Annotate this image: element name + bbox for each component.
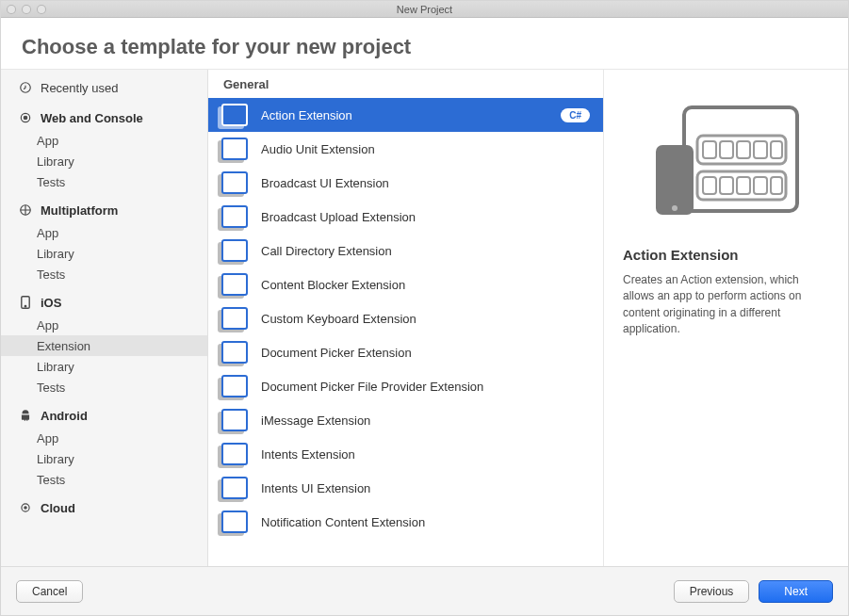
template-label: Audio Unit Extension [261,142,590,156]
sidebar-recently-used-label: Recently used [41,81,118,95]
sidebar-item[interactable]: Library [1,151,207,171]
platform-icon [18,203,32,218]
extension-icon [221,477,248,499]
template-label: Document Picker File Provider Extension [261,380,590,394]
sidebar-group-label: Multiplatform [41,203,118,218]
previous-button[interactable]: Previous [674,580,750,603]
template-row[interactable]: Call Directory Extension [208,234,603,267]
close-window-button[interactable] [7,5,16,14]
minimize-window-button[interactable] [22,5,31,14]
page-title: Choose a template for your new project [1,18,848,69]
sidebar-item[interactable]: Tests [1,264,207,284]
svg-point-2 [24,116,27,120]
template-row[interactable]: Broadcast UI Extension [208,166,603,200]
template-row[interactable]: Intents UI Extension [208,471,603,505]
template-panel: General Action ExtensionC#Audio Unit Ext… [208,70,603,566]
language-badge: C# [561,108,590,122]
sidebar-group-android[interactable]: Android [1,403,207,428]
template-label: Broadcast Upload Extension [261,210,590,224]
zoom-window-button[interactable] [37,5,46,14]
extension-icon [221,443,248,465]
sidebar-recently-used[interactable]: Recently used [1,75,207,100]
detail-name: Action Extension [623,247,829,263]
template-label: Action Extension [261,108,547,122]
svg-rect-20 [771,177,782,194]
window-title: New Project [1,4,848,15]
sidebar-item[interactable]: Library [1,243,207,264]
template-row[interactable]: Broadcast Upload Extension [208,200,603,234]
svg-point-22 [672,205,678,211]
svg-rect-14 [754,141,767,158]
extension-icon [221,171,248,194]
template-row[interactable]: Content Blocker Extension [208,267,603,301]
svg-rect-16 [703,177,716,194]
template-row[interactable]: Document Picker Extension [208,335,603,369]
sidebar[interactable]: Recently used Web and Console App Librar… [1,70,208,566]
android-icon [18,409,32,423]
template-row[interactable]: Document Picker File Provider Extension [208,369,603,403]
phone-icon [18,296,32,310]
sidebar-item[interactable]: Tests [1,171,207,192]
svg-rect-13 [737,141,750,158]
target-icon [18,111,32,125]
detail-panel: Action Extension Creates an Action exten… [603,70,848,566]
template-row[interactable]: Action ExtensionC# [208,98,603,132]
template-list[interactable]: Action ExtensionC#Audio Unit ExtensionBr… [208,98,603,566]
template-row[interactable]: iMessage Extension [208,403,603,437]
content-columns: Recently used Web and Console App Librar… [1,69,848,566]
sidebar-group-multiplatform[interactable]: Multiplatform [1,198,207,222]
svg-rect-21 [656,145,694,215]
sidebar-group-cloud[interactable]: Cloud [1,495,207,520]
template-row[interactable]: Custom Keyboard Extension [208,301,603,335]
template-label: Broadcast UI Extension [261,176,590,190]
sidebar-group-label: Android [41,409,88,423]
svg-point-5 [24,306,25,307]
template-label: Content Blocker Extension [261,278,590,292]
template-label: Intents UI Extension [261,481,590,495]
extension-icon [221,205,248,228]
sidebar-item[interactable]: Tests [1,377,207,397]
sidebar-group-label: Cloud [41,501,75,515]
extension-icon [221,104,248,126]
sidebar-group-web-console[interactable]: Web and Console [1,105,207,130]
template-row[interactable]: Intents Extension [208,437,603,471]
sidebar-group-label: iOS [41,296,61,310]
sidebar-group-ios[interactable]: iOS [1,290,207,315]
detail-description: Creates an Action extension, which allow… [623,272,829,338]
sidebar-group-label: Web and Console [41,111,143,125]
detail-illustration [623,89,829,230]
svg-rect-18 [737,177,750,194]
template-row[interactable]: Audio Unit Extension [208,132,603,166]
sidebar-item[interactable]: App [1,428,207,448]
template-label: Document Picker Extension [261,346,590,360]
template-label: Call Directory Extension [261,244,590,258]
extension-icon [221,273,248,296]
clock-icon [18,81,32,95]
sidebar-item[interactable]: Tests [1,469,207,490]
svg-rect-17 [720,177,733,194]
section-header: General [208,70,603,98]
svg-rect-9 [697,136,786,164]
svg-rect-19 [754,177,767,194]
cancel-button[interactable]: Cancel [16,580,83,603]
sidebar-item[interactable]: App [1,130,207,151]
extension-icon [221,409,248,431]
traffic-lights [1,5,46,14]
svg-rect-11 [703,141,716,158]
footer: Cancel Previous Next [1,566,848,615]
extension-icon [221,307,248,330]
footer-right: Previous Next [674,580,833,603]
svg-rect-10 [697,171,786,200]
next-button[interactable]: Next [759,580,833,603]
template-row[interactable]: Notification Content Extension [208,505,603,539]
sidebar-item-extension[interactable]: Extension [1,335,207,356]
sidebar-item[interactable]: Library [1,448,207,469]
extension-icon [221,375,248,397]
template-label: Notification Content Extension [261,515,590,529]
sidebar-item[interactable]: App [1,222,207,243]
template-label: Custom Keyboard Extension [261,312,590,326]
extension-icon [221,239,248,262]
sidebar-item[interactable]: Library [1,356,207,377]
template-label: iMessage Extension [261,413,590,428]
sidebar-item[interactable]: App [1,315,207,335]
